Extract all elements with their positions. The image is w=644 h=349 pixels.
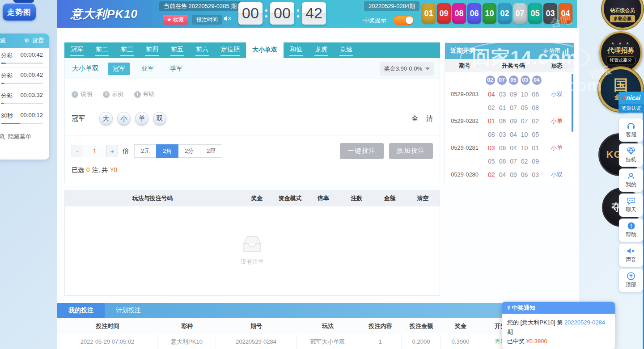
countdown-seconds: 42: [302, 2, 326, 25]
customer-service-button[interactable]: 客服: [619, 118, 643, 142]
lottery-countdown: 00:03:32: [20, 92, 43, 100]
col-pattern: 形态: [542, 62, 571, 70]
select-all-button[interactable]: 全: [411, 114, 418, 123]
sidebar-lottery-item[interactable]: 分彩00:00:42: [0, 68, 49, 88]
subtab-runner-up[interactable]: 亚军: [136, 63, 159, 75]
draw-number-circle: 05: [509, 76, 518, 85]
subtab-third[interactable]: 季军: [165, 63, 187, 75]
gear-icon: ⚙: [24, 37, 30, 44]
recent-draws-header: 近期开奖 ⟳ 走势图: [445, 43, 574, 59]
unit-2li-button[interactable]: 2厘: [200, 144, 222, 158]
option-small[interactable]: 小: [117, 112, 131, 125]
draw-pattern: 小双: [542, 88, 571, 114]
exclamation-icon: [627, 222, 635, 230]
win-tip-label: 中奖提示: [363, 17, 386, 25]
sidebar-lottery-item[interactable]: 分彩00:03:32: [0, 88, 49, 108]
unit-2jiao-button[interactable]: 2角: [156, 144, 178, 158]
auto-bet-button[interactable]: 挂机: [619, 143, 643, 167]
result-ball: 07: [513, 3, 527, 24]
user-icon: [627, 172, 635, 180]
tab-my-bets[interactable]: 我的投注: [57, 303, 105, 318]
quick-bet-button[interactable]: 一键投注: [340, 143, 384, 159]
draw-period: 0529-0281: [445, 141, 484, 168]
progress-track: [1, 103, 43, 104]
tab-front-two[interactable]: 前二: [89, 42, 114, 58]
bonus-dropdown[interactable]: 奖金3.90-0.0%: [380, 62, 434, 76]
my-account-button[interactable]: 我的: [619, 168, 643, 192]
result-ball: 03: [543, 3, 557, 24]
recent-panel-scrollbar[interactable]: [572, 74, 573, 132]
tab-plan-bets[interactable]: 计划投注: [105, 303, 152, 318]
nicai-cert-badge[interactable]: ✿nicai 奖源认证: [619, 92, 644, 113]
draw-numbers-line2: 0201070508: [484, 101, 542, 114]
unit-2yuan-button[interactable]: 2元: [134, 144, 157, 158]
page: 走势图 藏 ⚙ 设置 分彩00:00:42 分彩00:00:42 分彩00:03…: [0, 0, 644, 349]
example-link[interactable]: ?示例: [103, 90, 123, 98]
refresh-icon[interactable]: ⟳: [478, 47, 483, 55]
bet-bonus: 0.3900: [441, 334, 480, 349]
speaker-muted-icon: [627, 247, 635, 255]
tab-big-small-odd-even[interactable]: 大小单双: [246, 42, 284, 58]
tab-dragon-tiger[interactable]: 龙虎: [309, 42, 334, 58]
sidebar-lottery-item[interactable]: 分彩00:00:42: [0, 48, 49, 68]
win-notification-popup[interactable]: ¥ 中奖通知 您的 [意大利PK10] 第 20220529-0284 期 已中…: [502, 302, 615, 349]
sidebar-settings-button[interactable]: ⚙ 设置: [24, 37, 44, 45]
tab-sum[interactable]: 和值: [284, 42, 309, 58]
col-play: 玩法: [297, 322, 359, 330]
countdown-hours: 00: [238, 2, 263, 25]
empty-slip-text: 没有注单: [241, 258, 264, 266]
option-even[interactable]: 双: [153, 112, 166, 125]
multiplier-input[interactable]: 1: [83, 145, 106, 157]
help-link[interactable]: !帮助: [134, 90, 155, 98]
trend-chart-button[interactable]: 走势图: [3, 4, 36, 21]
back-to-top-button[interactable]: 顶部: [619, 269, 643, 292]
draw-number-circle: 04: [532, 76, 542, 85]
draw-numbers-line1: 0403091006: [484, 88, 542, 101]
col-bonus: 奖金: [240, 194, 273, 202]
tab-front-four[interactable]: 前四: [140, 42, 165, 58]
bet-time-button[interactable]: 投注时间: [192, 15, 222, 25]
col-clear: 清空: [407, 194, 440, 202]
win-tip-toggle[interactable]: [394, 16, 414, 25]
result-ball: 02: [498, 3, 512, 24]
multiplier-plus-button[interactable]: +: [106, 145, 118, 157]
top-header: 意大利PK10 当前在售 20220529-0285 期 ★ 收藏 投注时间 0…: [57, 0, 577, 28]
lottery-name: 分彩: [1, 51, 13, 59]
clear-selection-button[interactable]: 清: [426, 114, 433, 123]
result-ball: 09: [437, 3, 451, 24]
instructions-link[interactable]: !说明: [72, 90, 92, 98]
option-big[interactable]: 大: [99, 112, 113, 125]
tab-position[interactable]: 定位胆: [215, 42, 246, 58]
chat-button[interactable]: 聊天: [619, 193, 643, 217]
result-ball: 01: [422, 3, 436, 24]
mute-icon[interactable]: [224, 15, 232, 24]
option-odd[interactable]: 单: [135, 112, 148, 125]
sound-button[interactable]: 声音: [619, 244, 643, 267]
tab-front-three[interactable]: 前三: [114, 42, 140, 58]
progress-track: [1, 123, 43, 124]
tab-racing[interactable]: 竞速: [334, 42, 359, 58]
stake-row: - 1 + 倍 2元 2角 2分 2厘 一键投注 添加投注: [72, 143, 433, 159]
unit-2fen-button[interactable]: 2分: [178, 144, 200, 158]
tab-champion[interactable]: 冠军: [64, 42, 89, 58]
diamond-member-badge[interactable]: 钻石级会员 多彩必赢: [602, 0, 643, 29]
sidebar-lottery-item[interactable]: 30秒00:00:12: [0, 108, 49, 128]
bet-play: 冠军大小单双: [297, 334, 359, 349]
hide-menu-button[interactable]: 隐藏菜单: [0, 128, 49, 141]
draw-period: 0529-0280: [445, 168, 484, 181]
stars-icon: ★ ★ ★: [611, 41, 631, 46]
play-type-nav: 冠军 前二 前三 前四 前五 前六 定位胆 大小单双 和值 龙虎 竞速: [64, 42, 440, 58]
tab-front-six[interactable]: 前六: [190, 42, 215, 58]
popup-period-link[interactable]: 20220529-0284: [564, 319, 605, 326]
subtab-champion[interactable]: 冠军: [108, 63, 130, 75]
sidebar-header: 藏 ⚙ 设置: [0, 34, 49, 48]
info-icon: !: [72, 91, 78, 98]
favorite-button[interactable]: ★ 收藏: [163, 15, 188, 25]
lottery-countdown: 00:00:42: [20, 71, 43, 80]
help-button[interactable]: 帮助: [619, 219, 643, 242]
add-bet-button[interactable]: 添加投注: [389, 143, 433, 159]
trend-chart-link[interactable]: 走势图: [543, 47, 568, 55]
multiplier-minus-button[interactable]: -: [72, 145, 83, 157]
col-multiplier: 倍率: [307, 194, 340, 202]
tab-front-five[interactable]: 前五: [165, 42, 190, 58]
